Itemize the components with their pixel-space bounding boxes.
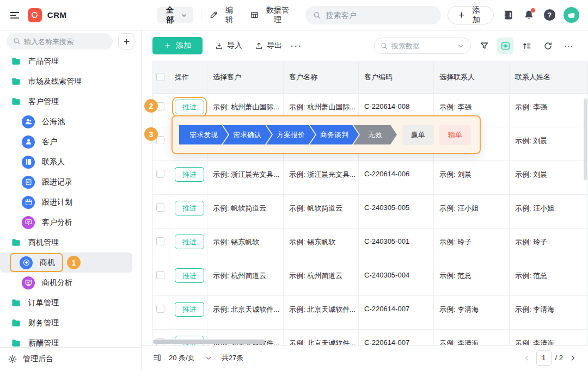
sidebar-item-plan[interactable]: 跟进计划 [0, 192, 141, 212]
admin-console[interactable]: 管理后台 [0, 347, 141, 370]
select-all-checkbox[interactable] [156, 73, 164, 81]
advance-button[interactable]: 推进 [175, 302, 204, 317]
stage-chevron[interactable]: 方案报价 [266, 125, 315, 145]
app-title: CRM [47, 10, 67, 20]
sidebar-item-folder[interactable]: 产品管理 [0, 51, 141, 71]
current-page-input[interactable]: 1 [536, 350, 552, 366]
data-manage-label: 数据管理 [262, 5, 293, 25]
opportunity-icon [20, 256, 33, 269]
customer-search-input[interactable] [326, 11, 434, 20]
view-settings-button[interactable] [497, 38, 513, 54]
data-search-input[interactable] [391, 42, 454, 50]
stage-chevron[interactable]: 商务谈判 [310, 125, 359, 145]
export-button[interactable]: 导出 [254, 41, 282, 51]
user-icon [22, 135, 35, 149]
sidebar-item-folder[interactable]: 订单管理 [0, 293, 141, 313]
folder-icon [11, 298, 21, 308]
sidebar-add-button[interactable] [118, 33, 134, 50]
sidebar-item-folder[interactable]: 市场及线索管理 [0, 71, 141, 91]
sidebar-item-opportunity[interactable]: 商机 1 [0, 252, 132, 273]
refresh-button[interactable] [540, 38, 556, 54]
sidebar-item-analysis[interactable]: 客户分析 [0, 212, 141, 232]
add-record-button[interactable]: 添加 [152, 37, 203, 54]
table-row: 推进 示例: 帆软简道云 示例: 帆软简道云 C-240305-005 示例: … [153, 195, 588, 229]
lose-button[interactable]: 输单 [439, 125, 471, 145]
sidebar-item-contacts[interactable]: 联系人 [0, 152, 141, 172]
page-total-label: / 2 [555, 354, 563, 362]
sort-button[interactable] [518, 38, 535, 54]
contact-select-cell: 示例: 李清海 [434, 296, 510, 329]
column-header[interactable]: 客户名称 [284, 61, 359, 93]
sidebar-item-folder[interactable]: 商机管理 [0, 232, 141, 252]
sidebar-item-record[interactable]: 跟进记录 [0, 172, 141, 192]
stage-chevron[interactable]: 需求发现 [179, 125, 228, 145]
table-row: 推进 示例: 锡东帆软 示例: 锡东帆软 C-240305-001 示例: 玲子… [153, 229, 588, 262]
customer-name-cell: 示例: 锡东帆软 [284, 229, 359, 262]
advance-button[interactable]: 推进 [175, 268, 204, 283]
help-button[interactable]: ? [543, 9, 555, 21]
column-header[interactable]: 操作 [169, 61, 207, 93]
column-header[interactable]: 联系人姓名 [510, 61, 588, 93]
row-checkbox-cell [153, 195, 169, 228]
customer-name-cell: 示例: 浙江晨光文具... [284, 161, 359, 194]
step-badge-3: 3 [144, 127, 158, 141]
sidebar-item-folder[interactable]: 客户管理 [0, 91, 141, 112]
row-checkbox[interactable] [156, 170, 164, 178]
row-checkbox[interactable] [156, 237, 164, 245]
column-header[interactable]: 客户编码 [359, 61, 434, 93]
advance-button[interactable]: 推进 [175, 201, 204, 215]
row-checkbox[interactable] [156, 203, 164, 212]
import-label: 导入 [227, 41, 242, 51]
customer-select-cell: 示例: 浙江晨光文具... [207, 161, 284, 194]
chevron-down-icon[interactable] [205, 354, 212, 362]
win-button[interactable]: 赢单 [402, 125, 434, 145]
sidebar-item-analysis[interactable]: 商机分析 [0, 273, 141, 293]
row-checkbox[interactable] [156, 136, 164, 144]
contact-name-cell: 示例: 玲子 [510, 229, 588, 262]
sidebar-item-users[interactable]: 公海池 [0, 112, 141, 132]
top-add-button[interactable]: 添加 [448, 6, 494, 24]
sidebar-search[interactable] [7, 33, 113, 50]
data-manage-button[interactable]: 数据管理 [250, 5, 293, 25]
advance-button[interactable]: 推进 [175, 235, 204, 249]
advance-button[interactable]: 推进 [175, 167, 204, 182]
table-row: 推进 示例: 杭州简道云 示例: 杭州简道云 C-240305-004 示例: … [153, 262, 588, 296]
collapse-menu-icon[interactable] [9, 9, 21, 21]
column-header[interactable]: 选择联系人 [434, 61, 510, 93]
stage-popup: 需求发现需求确认方案报价商务谈判无效 赢单 输单 [171, 115, 481, 154]
filter-button[interactable] [476, 38, 492, 54]
admin-console-label: 管理后台 [23, 354, 53, 364]
pen-icon [209, 10, 218, 20]
notifications-button[interactable] [523, 9, 535, 21]
sidebar-search-input[interactable] [7, 33, 113, 50]
customer-code-cell: C-220614-007 [359, 296, 434, 329]
row-checkbox[interactable] [156, 271, 164, 279]
import-button[interactable]: 导入 [215, 41, 242, 51]
stage-chevron[interactable]: 需求确认 [223, 125, 272, 145]
notebook-button[interactable] [503, 9, 514, 21]
sidebar-item-user[interactable]: 客户 [0, 132, 141, 152]
pager: 1 / 2 [523, 350, 577, 366]
edit-button[interactable]: 编辑 [209, 5, 237, 25]
scope-dropdown[interactable]: 全部 [157, 7, 194, 23]
contacts-icon [22, 156, 35, 169]
advance-button[interactable]: 推进 [175, 100, 204, 114]
horizontal-scrollbar[interactable] [153, 340, 265, 344]
data-search[interactable] [374, 38, 471, 54]
sidebar-item-folder[interactable]: 财务管理 [0, 313, 141, 333]
next-page-button[interactable] [568, 354, 577, 362]
stage-chevron-invalid[interactable]: 无效 [353, 125, 397, 145]
customer-search[interactable] [305, 6, 441, 24]
row-checkbox[interactable] [156, 305, 164, 313]
customer-code-cell: C-240305-001 [359, 229, 434, 262]
page-size-value[interactable]: 20 条/页 [169, 353, 195, 363]
table-more-button[interactable]: ··· [561, 38, 577, 54]
avatar[interactable] [564, 7, 579, 23]
vertical-scrollbar[interactable] [584, 98, 587, 180]
chevron-down-icon [180, 11, 188, 19]
action-cell: 推进 [169, 296, 207, 329]
column-header[interactable]: 选择客户 [207, 61, 284, 93]
contact-select-cell: 示例: 玲子 [434, 229, 510, 262]
more-actions-button[interactable]: ··· [291, 41, 302, 51]
prev-page-button[interactable] [523, 354, 531, 362]
